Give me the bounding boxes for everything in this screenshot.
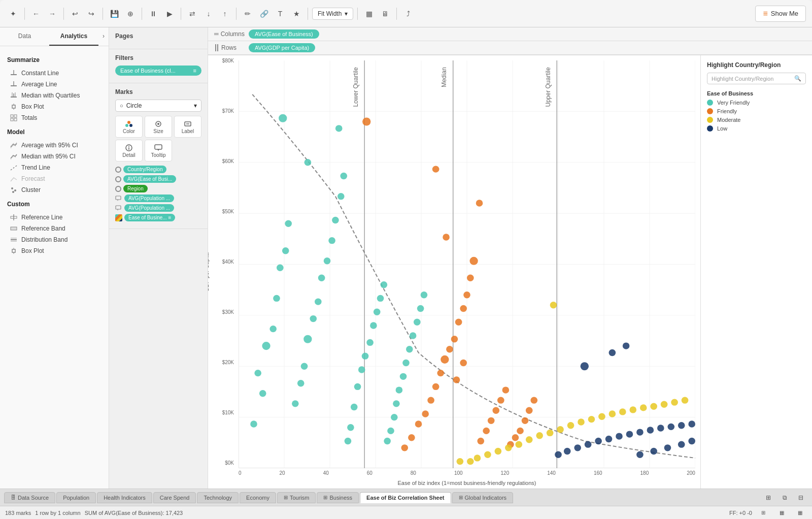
columns-field-pill[interactable]: AVG(Ease of Business) — [249, 29, 319, 39]
device-icon[interactable]: 🖥 — [378, 7, 392, 21]
grid-2-icon[interactable]: ▦ — [793, 506, 807, 520]
panel-collapse-arrow[interactable]: › — [98, 27, 109, 46]
svg-point-184 — [636, 429, 644, 435]
fit-view-icon[interactable]: ⊞ — [756, 506, 770, 520]
sheet-tab-care-spend[interactable]: Care Spend — [153, 492, 196, 503]
svg-point-132 — [463, 291, 470, 298]
mark-pill-label-region[interactable]: Region — [123, 185, 148, 192]
totals-item[interactable]: Totals — [7, 112, 101, 123]
label-mark-button[interactable]: Label — [174, 116, 201, 138]
legend-search[interactable]: Highlight Country/Region 🔍 — [707, 73, 806, 84]
svg-point-173 — [474, 455, 481, 461]
legend-search-icon: 🔍 — [794, 75, 801, 82]
detail-mark-button[interactable]: Detail — [115, 140, 143, 161]
svg-point-88 — [324, 257, 331, 264]
average-line-icon — [10, 81, 17, 88]
svg-marker-38 — [157, 149, 159, 151]
marks-type-select[interactable]: ○ Circle ▾ — [115, 100, 201, 112]
sheet-tab-economy[interactable]: Economy — [240, 492, 276, 503]
back-icon[interactable]: ← — [29, 7, 43, 21]
box-plot-item-summarize[interactable]: Box Plot — [7, 101, 101, 112]
fit-width-arrow: ▾ — [345, 10, 348, 17]
sort-desc-icon[interactable]: ↓ — [201, 7, 216, 21]
svg-point-94 — [347, 424, 354, 431]
highlighter-icon[interactable]: ✏ — [241, 7, 255, 21]
reference-band-icon — [10, 225, 17, 232]
svg-point-110 — [400, 373, 407, 380]
new-datasource-icon[interactable]: ⊕ — [123, 7, 138, 21]
svg-point-97 — [358, 366, 365, 373]
filters-title: Filters — [115, 54, 201, 61]
sheet-tab-data-source[interactable]: 🗄 Data Source — [4, 492, 55, 503]
distribution-band-item[interactable]: Distribution Band — [7, 234, 101, 245]
mark-pill-label-country[interactable]: Country/Region — [123, 166, 166, 173]
median-95ci-item[interactable]: Median with 95% CI — [7, 151, 101, 162]
tab-data[interactable]: Data — [0, 27, 49, 46]
mark-pill-multi-icon — [115, 214, 122, 221]
sort-asc-icon[interactable]: ↑ — [218, 7, 232, 21]
avg-95ci-item[interactable]: Average with 95% CI — [7, 140, 101, 151]
svg-rect-8 — [12, 105, 15, 108]
grid-view-icon[interactable]: ▦ — [362, 7, 376, 21]
x-axis-label: Ease of biz index (1=most business-frien… — [239, 480, 695, 486]
color-mark-button[interactable]: Color — [115, 116, 143, 138]
fit-width-button[interactable]: Fit Width ▾ — [312, 8, 353, 20]
mark-pill-label-pop2[interactable]: AVG(Population ... — [124, 204, 174, 212]
svg-point-112 — [406, 346, 413, 352]
home-icon[interactable]: ✦ — [6, 7, 20, 21]
sheet-tab-tourism[interactable]: ⊞ Tourism — [277, 492, 316, 503]
model-title: Model — [7, 128, 101, 136]
reference-band-item[interactable]: Reference Band — [7, 223, 101, 234]
share-icon[interactable]: ⤴ — [401, 7, 415, 21]
grid-1-icon[interactable]: ▦ — [774, 506, 789, 520]
pause-icon[interactable]: ⏸ — [146, 7, 160, 21]
save-icon[interactable]: 💾 — [107, 7, 121, 21]
undo-icon[interactable]: ↩ — [68, 7, 82, 21]
median-quartiles-item[interactable]: Median with Quartiles — [7, 90, 101, 101]
text-icon[interactable]: T — [273, 7, 287, 21]
trend-line-item[interactable]: Trend Line — [7, 162, 101, 173]
filter-pill-1[interactable]: Ease of Business (cl... ≡ — [115, 66, 201, 76]
mark-pill-label-ease-biz[interactable]: Ease of Busine... ≡ — [124, 214, 175, 221]
rows-field-pill[interactable]: AVG(GDP per Capita) — [249, 43, 315, 52]
legend-item-friendly[interactable]: Friendly — [707, 108, 806, 114]
legend-item-low[interactable]: Low — [707, 125, 806, 132]
reference-line-item[interactable]: Reference Line — [7, 212, 101, 223]
constant-line-item[interactable]: Constant Line — [7, 68, 101, 79]
delete-sheet-icon[interactable]: ⊟ — [794, 491, 808, 505]
sheet-tab-population[interactable]: Population — [56, 492, 96, 503]
average-line-item[interactable]: Average Line — [7, 79, 101, 90]
tab-analytics[interactable]: Analytics — [49, 27, 98, 46]
svg-text:Upper Quartile: Upper Quartile — [545, 67, 552, 107]
forward-icon[interactable]: → — [45, 7, 59, 21]
legend-dot-friendly — [707, 108, 713, 114]
show-me-icon: ≡ — [763, 9, 767, 18]
legend-dot-very-friendly — [707, 100, 713, 106]
swap-icon[interactable]: ⇄ — [185, 7, 199, 21]
mark-pill-label-pop1[interactable]: AVG(Population ... — [124, 194, 174, 202]
redo-icon[interactable]: ↪ — [84, 7, 98, 21]
box-plot-custom-item[interactable]: Box Plot — [7, 245, 101, 256]
separator-6 — [236, 8, 236, 20]
link-icon[interactable]: 🔗 — [257, 7, 271, 21]
star-icon[interactable]: ★ — [289, 7, 303, 21]
cluster-item[interactable]: Cluster — [7, 184, 101, 196]
new-sheet-icon[interactable]: ⊞ — [761, 491, 775, 505]
sheet-tab-technology[interactable]: Technology — [197, 492, 239, 503]
size-mark-button[interactable]: Size — [145, 116, 172, 138]
duplicate-sheet-icon[interactable]: ⧉ — [777, 491, 792, 505]
sheet-tab-global[interactable]: ⊞ Global Indicators — [452, 492, 514, 503]
tooltip-mark-button[interactable]: Tooltip — [145, 140, 172, 161]
svg-point-136 — [469, 257, 478, 265]
sheet-tab-business[interactable]: ⊞ Business — [317, 492, 359, 503]
y-axis-label: GDP per Capita — [208, 252, 210, 291]
sheet-tab-health-indicators[interactable]: Health Indicators — [97, 492, 152, 503]
svg-rect-20 — [11, 227, 17, 230]
run-icon[interactable]: ▶ — [162, 7, 177, 21]
legend-item-very-friendly[interactable]: Very Friendly — [707, 100, 806, 106]
show-me-button[interactable]: ≡ Show Me — [755, 6, 806, 22]
sheet-tab-ease-biz[interactable]: Ease of Biz Correlation Sheet — [360, 492, 451, 503]
mark-pill-label-ease[interactable]: AVG(Ease of Busi... — [123, 175, 176, 183]
legend-item-moderate[interactable]: Moderate — [707, 117, 806, 123]
svg-point-149 — [453, 376, 460, 383]
